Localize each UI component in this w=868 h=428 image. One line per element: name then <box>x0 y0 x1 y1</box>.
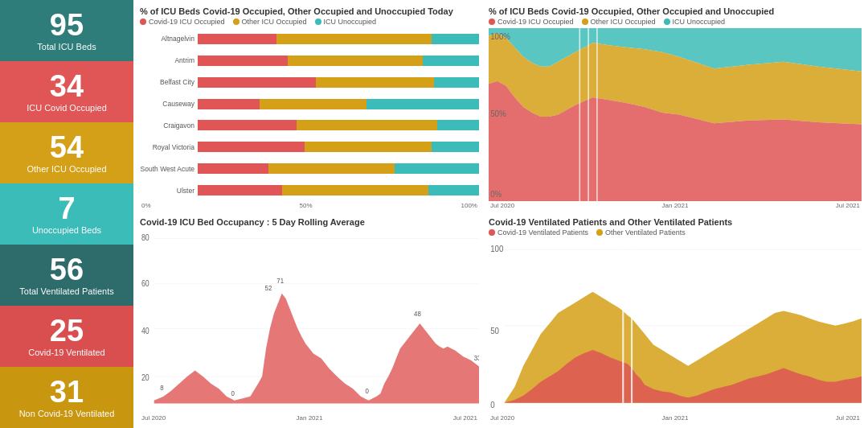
stat-icu-covid: 34 ICU Covid Occupied <box>0 61 133 122</box>
bar-row: Altnagelvin <box>140 34 479 44</box>
bar-row: Belfast City <box>140 77 479 88</box>
top-area-title: % of ICU Beds Covid-19 Occupied, Other O… <box>489 6 862 16</box>
stat-total-vent: 56 Total Ventilated Patients <box>0 245 133 306</box>
bar-seg-2 <box>434 77 479 88</box>
y-label-50: 50% <box>490 109 506 118</box>
icu-covid-label: ICU Covid Occupied <box>27 103 107 113</box>
bar-track <box>198 77 479 88</box>
bar-seg-1 <box>297 120 437 130</box>
top-bar-legend: Covid-19 ICU Occupied Other ICU Occupied… <box>140 18 479 26</box>
top-area-legend: Covid-19 ICU Occupied Other ICU Occupied… <box>489 18 862 26</box>
bar-seg-0 <box>198 34 276 44</box>
total-vent-label: Total Ventilated Patients <box>19 286 113 296</box>
line-svg-container: 80 60 40 20 8 0 <box>140 228 479 414</box>
area-legend-other: Other ICU Occupied <box>582 18 656 26</box>
bar-seg-1 <box>276 34 432 44</box>
ann-52: 52 <box>265 283 272 292</box>
icu-covid-number: 34 <box>50 71 84 101</box>
bar-seg-2 <box>366 99 479 109</box>
legend-other-dot <box>233 19 240 25</box>
bar-hospital-label: Craigavon <box>140 121 194 130</box>
bar-seg-0 <box>198 99 260 109</box>
bar-seg-0 <box>198 77 316 88</box>
area-dot-unoccupied <box>664 19 670 25</box>
covid-vent-number: 25 <box>50 315 84 346</box>
bar-hospital-label: Antrim <box>140 56 194 64</box>
bar-row: Craigavon <box>140 120 479 130</box>
bar-seg-1 <box>316 77 434 88</box>
bar-seg-2 <box>437 120 480 130</box>
blegend-covid: Covid-19 Ventilated Patients <box>489 228 588 237</box>
other-icu-number: 54 <box>50 132 84 163</box>
stat-total-icu: 95 Total ICU Beds <box>0 0 133 61</box>
bar-track <box>198 120 479 130</box>
bar-hospital-label: Ulster <box>140 187 194 195</box>
bar-seg-2 <box>428 185 479 195</box>
unoccupied-label: Unoccupied Beds <box>32 225 101 235</box>
bar-row: Ulster <box>140 185 479 195</box>
bar-track <box>198 163 479 174</box>
bar-seg-1 <box>305 142 432 152</box>
covid-vent-label: Covid-19 Ventilated <box>28 348 104 357</box>
bar-hospital-label: Causeway <box>140 100 194 108</box>
ann-8: 8 <box>160 384 163 393</box>
bottom-area-svg-container: 100 50 0 <box>489 239 862 414</box>
top-bar-title: % of ICU Beds Covid-19 Occupied, Other O… <box>140 6 479 16</box>
area-svg-container: 100% 50% 0% <box>489 28 862 201</box>
bottom-row: Covid-19 ICU Bed Occupancy : 5 Day Rolli… <box>137 214 865 425</box>
legend-covid-icu: Covid-19 ICU Occupied <box>140 18 225 26</box>
blegend-other: Other Ventilated Patients <box>596 228 686 237</box>
other-icu-label: Other ICU Occupied <box>27 164 106 174</box>
ann-71: 71 <box>276 276 284 285</box>
legend-unoccupied-label: ICU Unoccupied <box>324 18 377 26</box>
y-label-100: 100% <box>490 32 510 42</box>
top-bar-chart: % of ICU Beds Covid-19 Occupied, Other O… <box>137 3 482 212</box>
bar-xaxis: 0% 50% 100% <box>140 202 479 209</box>
main-content: % of ICU Beds Covid-19 Occupied, Other O… <box>133 0 868 428</box>
top-area-svg: 100% 50% 0% <box>489 28 862 201</box>
bar-seg-1 <box>268 163 395 174</box>
bar-row: Royal Victoria <box>140 142 479 152</box>
top-row: % of ICU Beds Covid-19 Occupied, Other O… <box>137 3 865 212</box>
bar-track <box>198 99 479 109</box>
area-xaxis: Jul 2020 Jan 2021 Jul 2021 <box>489 202 862 209</box>
y20: 20 <box>141 372 149 382</box>
bar-seg-0 <box>198 163 268 174</box>
bar-track <box>198 185 479 195</box>
legend-other-label: Other ICU Occupied <box>242 18 307 26</box>
bar-seg-1 <box>260 99 366 109</box>
bar-hospital-label: Royal Victoria <box>140 143 194 151</box>
covid-area-fill <box>154 294 479 404</box>
ann-0-2: 0 <box>365 386 368 395</box>
total-vent-number: 56 <box>50 254 84 285</box>
bar-seg-2 <box>395 163 479 174</box>
bottom-area-xaxis: Jul 2020 Jan 2021 Jul 2021 <box>489 414 862 422</box>
legend-covid-label: Covid-19 ICU Occupied <box>149 18 225 26</box>
total-icu-label: Total ICU Beds <box>37 42 96 51</box>
ann-0-1: 0 <box>231 389 235 397</box>
bar-track <box>198 142 479 152</box>
unoccupied-number: 7 <box>58 193 75 224</box>
area-legend-covid: Covid-19 ICU Occupied <box>489 18 574 26</box>
stat-other-icu: 54 Other ICU Occupied <box>0 122 133 183</box>
non-covid-vent-label: Non Covid-19 Ventilated <box>19 409 115 418</box>
main-container: 95 Total ICU Beds 34 ICU Covid Occupied … <box>0 0 868 428</box>
legend-unoccupied: ICU Unoccupied <box>315 18 377 26</box>
stacked-bar: AltnagelvinAntrimBelfast CityCausewayCra… <box>140 28 479 201</box>
bottom-line-title: Covid-19 ICU Bed Occupancy : 5 Day Rolli… <box>140 217 479 227</box>
bar-seg-0 <box>198 120 297 130</box>
bar-row: Antrim <box>140 56 479 66</box>
ann-48: 48 <box>414 310 421 319</box>
bar-row: South West Acute <box>140 163 479 174</box>
area-legend-unoccupied: ICU Unoccupied <box>664 18 726 26</box>
bottom-area-chart: Covid-19 Ventilated Patients and Other V… <box>485 214 865 425</box>
bar-hospital-label: Belfast City <box>140 78 194 86</box>
by50: 50 <box>490 325 499 335</box>
y60: 60 <box>141 278 149 288</box>
bottom-line-chart: Covid-19 ICU Bed Occupancy : 5 Day Rolli… <box>137 214 482 425</box>
bar-row: Causeway <box>140 99 479 109</box>
bar-seg-2 <box>432 142 480 152</box>
bdot-other <box>596 229 603 236</box>
bar-hospital-label: Altnagelvin <box>140 35 194 43</box>
bar-hospital-label: South West Acute <box>140 165 194 173</box>
